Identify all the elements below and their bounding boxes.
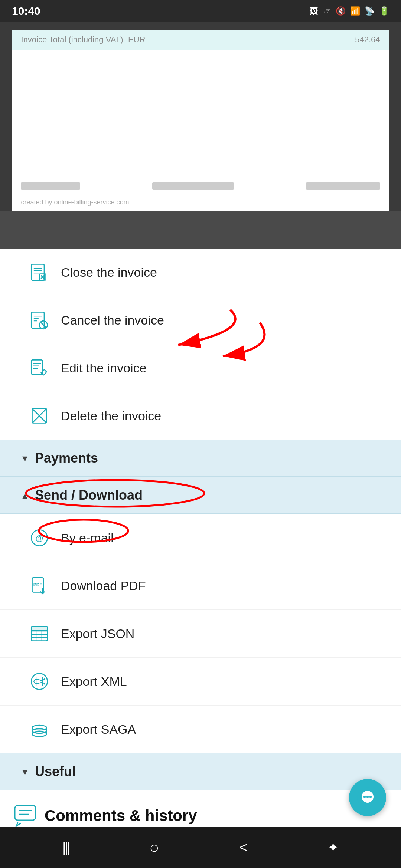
export-xml-item[interactable]: Export XML [0, 658, 401, 706]
status-bar: 10:40 🖼 ☞ 🔇 📶 📡 🔋 [0, 0, 401, 22]
svg-text:PDF: PDF [33, 582, 42, 588]
signal-icon: 📡 [365, 6, 375, 16]
footer-col3 [306, 182, 380, 190]
delete-invoice-item[interactable]: Delete the invoice [0, 392, 401, 440]
menu-area: Close the invoice Cancel the invoice Edi… [0, 249, 401, 790]
image-icon: 🖼 [310, 6, 319, 16]
comments-title: Comments & history [45, 807, 197, 825]
payments-section-header[interactable]: ▾ Payments [0, 440, 401, 477]
cancel-invoice-label: Cancel the invoice [61, 313, 164, 328]
nav-recent-icon[interactable]: < [239, 840, 247, 855]
by-email-label: By e-mail [61, 531, 114, 545]
pdf-icon: PDF [30, 576, 49, 595]
export-xml-label: Export XML [61, 674, 127, 689]
cancel-invoice-item[interactable]: Cancel the invoice [0, 296, 401, 344]
fingerprint-icon: ☞ [323, 6, 331, 16]
xml-icon [30, 672, 49, 691]
edit-invoice-label: Edit the invoice [61, 361, 147, 375]
payments-section-label: Payments [35, 450, 98, 466]
footer-col1 [21, 182, 80, 190]
export-json-item[interactable]: Export JSON [0, 610, 401, 658]
invoice-preview: Invoice Total (including VAT) -EUR- 542.… [12, 30, 389, 211]
svg-point-53 [363, 796, 366, 798]
cancel-invoice-icon [30, 310, 49, 330]
nav-home-icon[interactable]: ○ [149, 838, 159, 857]
chat-fab-button[interactable] [349, 779, 386, 816]
chat-icon [356, 786, 379, 809]
footer-col2 [152, 182, 234, 190]
nav-back-icon[interactable]: ||| [62, 840, 69, 856]
nav-assist-icon[interactable]: ✦ [327, 840, 339, 855]
invoice-body [12, 50, 389, 176]
svg-point-38 [32, 725, 47, 730]
export-saga-label: Export SAGA [61, 722, 136, 737]
payments-chevron-icon: ▾ [22, 452, 27, 464]
svg-rect-11 [31, 360, 42, 374]
send-download-chevron-icon: ▴ [22, 489, 27, 502]
download-pdf-item[interactable]: PDF Download PDF [0, 562, 401, 610]
svg-point-54 [366, 796, 369, 798]
battery-icon: 🔋 [379, 6, 389, 16]
bottom-nav: ||| ○ < ✦ [0, 827, 401, 868]
svg-text:@: @ [35, 533, 43, 543]
edit-invoice-item[interactable]: Edit the invoice [0, 344, 401, 392]
send-download-section-header[interactable]: ▴ Send / Download [0, 477, 401, 514]
useful-chevron-icon: ▾ [22, 766, 27, 778]
status-time: 10:40 [12, 5, 40, 17]
status-icons: 🖼 ☞ 🔇 📶 📡 🔋 [310, 6, 389, 16]
by-email-item[interactable]: @ By e-mail [0, 514, 401, 562]
close-invoice-label: Close the invoice [61, 265, 157, 280]
export-saga-item[interactable]: Export SAGA [0, 706, 401, 753]
send-download-section-label: Send / Download [35, 487, 143, 503]
comments-icon [13, 804, 37, 828]
email-icon: @ [30, 528, 49, 548]
svg-rect-41 [15, 805, 36, 820]
svg-rect-5 [31, 312, 44, 328]
download-pdf-label: Download PDF [61, 579, 146, 593]
invoice-created-by: created by online-billing-service.com [12, 195, 389, 211]
useful-section-header[interactable]: ▾ Useful [0, 753, 401, 790]
export-json-label: Export JSON [61, 627, 134, 641]
edit-invoice-icon [30, 358, 49, 378]
close-invoice-icon [30, 263, 49, 282]
invoice-footer-row [12, 176, 389, 195]
json-icon [30, 624, 49, 643]
mute-icon: 🔇 [336, 6, 346, 16]
invoice-total-label: Invoice Total (including VAT) -EUR- [21, 35, 148, 45]
invoice-header-bar: Invoice Total (including VAT) -EUR- 542.… [12, 30, 389, 50]
saga-icon [30, 720, 49, 739]
wifi-icon: 📶 [350, 6, 360, 16]
useful-section-label: Useful [35, 764, 76, 779]
delete-invoice-label: Delete the invoice [61, 409, 161, 423]
gray-spacer [0, 211, 401, 249]
invoice-total-value: 542.64 [355, 35, 380, 45]
delete-invoice-icon [30, 406, 49, 425]
svg-line-10 [41, 323, 46, 328]
close-invoice-item[interactable]: Close the invoice [0, 249, 401, 296]
comments-header: Comments & history [13, 804, 388, 828]
svg-rect-27 [31, 627, 47, 631]
svg-line-15 [44, 369, 47, 372]
svg-point-55 [369, 796, 372, 798]
